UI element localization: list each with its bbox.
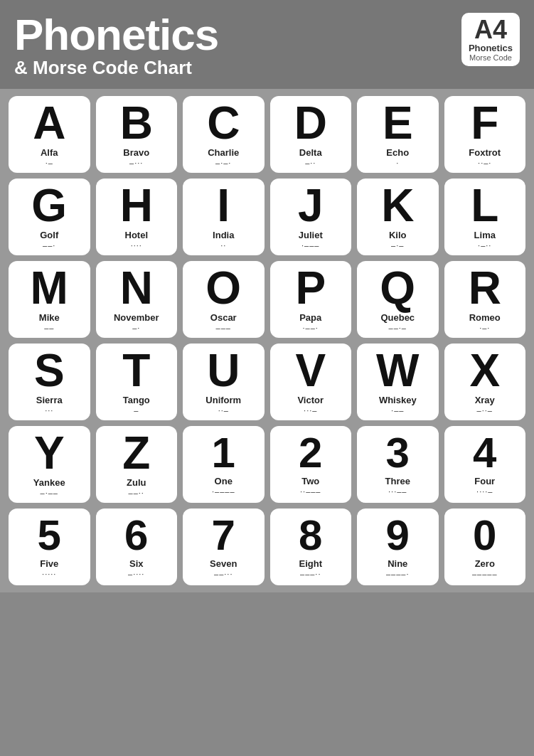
card-golf: G Golf ––·	[9, 179, 90, 255]
card-name: Nine	[388, 558, 407, 569]
card-letter: O	[205, 265, 241, 311]
card-letter: B	[120, 100, 153, 146]
card-name: Foxtrot	[469, 147, 501, 158]
card-three: 3 Three ···––	[357, 426, 439, 503]
card-tango: T Tango –	[96, 344, 178, 420]
card-two: 2 Two ··–––	[270, 426, 352, 503]
header-left: Phonetics & Morse Code Chart	[14, 13, 218, 79]
badge-morse: Morse Code	[469, 53, 513, 62]
card-morse: ––···	[214, 570, 233, 578]
card-letter: 6	[124, 514, 148, 557]
card-name: Five	[40, 558, 58, 569]
card-morse: ·––·	[303, 324, 319, 332]
card-letter: D	[294, 100, 327, 146]
card-letter: X	[469, 348, 500, 393]
card-morse: ––·–	[389, 324, 407, 332]
card-letter: L	[471, 183, 498, 228]
card-romeo: R Romeo ·–·	[444, 261, 526, 338]
card-name: Quebec	[380, 312, 415, 323]
card-name: Oscar	[210, 312, 237, 323]
card-morse: ––	[44, 324, 54, 332]
card-morse: ·–––	[301, 241, 319, 250]
card-zulu: Z Zulu ––··	[96, 426, 178, 503]
card-foxtrot: F Foxtrot ··–·	[444, 96, 526, 173]
card-letter: 9	[386, 514, 410, 557]
card-letter: M	[31, 265, 68, 311]
card-bravo: B Bravo –···	[96, 96, 178, 173]
card-letter: A	[33, 100, 65, 146]
card-morse: ·––––	[212, 487, 235, 496]
card-name: Zulu	[127, 477, 146, 488]
card-name: Kilo	[389, 230, 407, 240]
card-letter: S	[34, 348, 65, 393]
card-name: Juliet	[299, 230, 323, 240]
card-name: Bravo	[123, 147, 149, 158]
card-morse: –·––	[41, 489, 58, 497]
card-letter: I	[217, 183, 230, 228]
card-six: 6 Six –····	[96, 509, 178, 585]
card-november: N November –·	[96, 261, 178, 338]
card-name: Papa	[299, 312, 321, 323]
card-name: Two	[301, 476, 319, 486]
card-zero: 0 Zero –––––	[444, 509, 526, 585]
card-name: Lima	[474, 230, 496, 240]
card-name: India	[213, 230, 234, 240]
card-name: Three	[385, 476, 410, 486]
card-letter: 2	[299, 432, 322, 474]
card-letter: P	[295, 265, 326, 311]
card-name: Mike	[39, 312, 60, 323]
grid-area: A Alfa ·– B Bravo –··· C Charlie –·–· D …	[0, 89, 534, 592]
card-letter: W	[376, 348, 419, 393]
card-letter: C	[207, 100, 240, 146]
card-letter: 4	[473, 432, 496, 474]
card-morse: ··–	[218, 406, 229, 415]
card-quebec: Q Quebec ––·–	[357, 261, 439, 338]
card-morse: ····–	[476, 487, 493, 496]
card-letter: K	[381, 183, 414, 228]
card-name: Sierra	[36, 395, 63, 405]
card-letter: G	[31, 183, 67, 228]
card-name: November	[114, 312, 159, 323]
card-letter: Q	[380, 265, 415, 311]
card-morse: –––––	[472, 570, 498, 578]
card-morse: –····	[128, 570, 144, 578]
card-yankee: Y Yankee –·––	[9, 426, 90, 503]
card-name: Romeo	[469, 312, 501, 323]
card-papa: P Papa ·––·	[270, 261, 352, 338]
card-letter: J	[298, 183, 324, 228]
card-name: Victor	[297, 395, 324, 405]
card-morse: ···	[45, 406, 53, 415]
card-seven: 7 Seven ––···	[183, 509, 265, 585]
subtitle: & Morse Code Chart	[14, 57, 218, 79]
card-letter: T	[122, 348, 150, 393]
card-letter: 8	[299, 514, 322, 557]
badge-phonetics: Phonetics	[469, 43, 513, 53]
card-morse: ··–·	[478, 159, 491, 167]
card-hotel: H Hotel ····	[96, 179, 178, 255]
card-one: 1 One ·––––	[183, 426, 265, 503]
card-letter: N	[120, 265, 153, 311]
card-morse: ·––	[391, 406, 404, 415]
card-morse: ·–··	[478, 241, 491, 250]
title: Phonetics	[14, 13, 218, 57]
card-name: Alfa	[41, 147, 58, 158]
card-letter: U	[207, 348, 240, 393]
card-letter: R	[469, 265, 501, 311]
card-morse: ··	[220, 241, 226, 250]
badge-a4: A4	[469, 17, 513, 43]
card-morse: –···	[129, 159, 143, 167]
card-morse: ···––	[388, 487, 407, 496]
card-morse: ·–	[46, 159, 53, 167]
card-letter: 1	[212, 432, 235, 474]
card-four: 4 Four ····–	[444, 426, 526, 503]
card-five: 5 Five ·····	[9, 509, 90, 585]
card-name: Xray	[475, 395, 495, 405]
card-morse: –––··	[300, 570, 321, 578]
card-letter: Y	[34, 430, 65, 476]
phonetics-grid: A Alfa ·– B Bravo –··· C Charlie –·–· D …	[9, 96, 525, 585]
card-india: I India ··	[183, 179, 265, 255]
card-morse: ····	[131, 241, 142, 250]
card-name: Six	[129, 558, 144, 569]
card-sierra: S Sierra ···	[9, 344, 90, 420]
card-morse: –·–·	[215, 159, 231, 167]
